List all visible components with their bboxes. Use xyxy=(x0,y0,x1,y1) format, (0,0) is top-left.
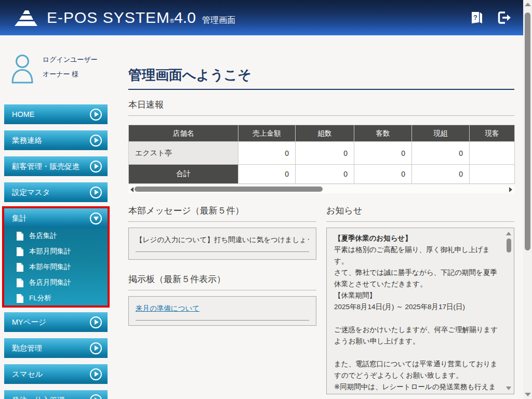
store-name-cell: エクスト亭 xyxy=(129,142,238,165)
sidebar-item-settei-master[interactable]: 設定マスタ xyxy=(4,182,108,202)
page-scrollbar[interactable] xyxy=(523,0,532,399)
scroll-up-arrow-icon[interactable] xyxy=(525,3,531,6)
circle-arrow-right-icon xyxy=(90,135,102,147)
hq-message-title: 本部メッセージ（最新５件） xyxy=(128,205,316,222)
scroll-up-arrow-icon[interactable] xyxy=(506,232,511,235)
logout-icon[interactable] xyxy=(496,10,512,25)
table-header-row: 店舗名 売上金額 組数 客数 現組 現客 xyxy=(129,125,515,142)
column-header: 現組 xyxy=(412,125,470,142)
sales-amount-cell: 0 xyxy=(238,142,296,165)
sidebar-item-label: HOME xyxy=(12,110,90,118)
sidebar-item-home[interactable]: HOME xyxy=(4,104,108,124)
sidebar-item-shukei[interactable]: 集計 xyxy=(4,208,108,228)
page-scrollbar-thumb[interactable] xyxy=(525,12,530,250)
sidebar-item-my-page[interactable]: MYページ xyxy=(4,312,108,332)
circle-arrow-right-icon xyxy=(90,187,102,198)
sidebar-item-label: 発注・仕入管理 xyxy=(12,395,90,399)
notice-scrollbar[interactable] xyxy=(506,230,512,392)
sidebar-summary-panel-highlighted: 集計 各店集計 本部月間集計 本部年間集計 各店月間集計 FL分析 xyxy=(2,206,110,308)
submenu-item-label: 各店月間集計 xyxy=(29,278,71,287)
current-group-cell: 0 xyxy=(412,142,470,165)
group-count-cell: 0 xyxy=(296,142,354,165)
sidebar-item-sumaseru[interactable]: スマセル xyxy=(4,364,108,384)
circle-arrow-right-icon xyxy=(90,368,102,380)
notice-line: 【休業期間】 xyxy=(334,290,498,301)
submenu-item-kakuten-gekkan-shukei[interactable]: 各店月間集計 xyxy=(4,275,108,290)
submenu-item-kakuten-shukei[interactable]: 各店集計 xyxy=(4,228,108,244)
notice-line: さて、弊社では誠に勝手ながら、下記の期間を夏季休業とさせていただきます。 xyxy=(334,267,498,290)
submenu-item-label: 本部月間集計 xyxy=(29,247,71,256)
document-icon xyxy=(17,247,23,256)
column-header: 売上金額 xyxy=(238,125,296,142)
scroll-left-arrow-icon[interactable] xyxy=(130,187,134,192)
submenu-item-fl-bunseki[interactable]: FL分析 xyxy=(4,290,108,306)
column-header: 店舗名 xyxy=(129,125,238,142)
column-header: 現客 xyxy=(470,125,515,142)
circle-arrow-right-icon xyxy=(90,109,102,121)
epos-logo-icon xyxy=(14,9,41,26)
sidebar-item-label: 業務連絡 xyxy=(12,136,90,145)
document-icon xyxy=(17,278,23,287)
scroll-right-arrow-icon[interactable] xyxy=(509,187,512,192)
brand-logo: E-POS SYSTEM®4.0 管理画面 xyxy=(14,9,235,26)
notice-line: 平素は格別のご高配を賜り、厚く御礼申し上げます。 xyxy=(334,244,498,267)
current-guest-total-cell xyxy=(470,165,515,184)
login-user-label: ログインユーザー xyxy=(43,55,98,64)
help-manual-icon[interactable]: ? xyxy=(469,10,485,25)
submenu-item-label: 各店集計 xyxy=(29,231,57,241)
board-item-link[interactable]: 来月の準備について xyxy=(136,304,200,312)
svg-text:?: ? xyxy=(473,14,477,21)
login-user-name: オーナー 様 xyxy=(43,70,78,79)
sidebar-item-kintai-kanri[interactable]: 勤怠管理 xyxy=(4,338,108,358)
sidebar-item-label: 勤怠管理 xyxy=(12,343,90,353)
notice-line xyxy=(334,347,498,358)
horizontal-scrollbar-thumb[interactable] xyxy=(135,187,323,192)
sidebar-item-hacchu-shiire[interactable]: 発注・仕入管理 xyxy=(4,390,108,399)
sidebar-item-label: スマセル xyxy=(12,369,90,379)
board-box: 来月の準備について xyxy=(128,296,316,326)
submenu-item-honbu-nenkan-shukei[interactable]: 本部年間集計 xyxy=(4,259,108,275)
table-total-row: 合計 0 0 0 0 xyxy=(129,165,515,184)
submenu-item-honbu-gekkan-shukei[interactable]: 本部月間集計 xyxy=(4,244,108,259)
notice-line: また、電話窓口については平常通り営業しておりますのでどうぞよろしくお願い致します… xyxy=(334,358,498,381)
document-icon xyxy=(17,294,23,303)
sidebar-item-kokyaku-kanri[interactable]: 顧客管理・販売促進 xyxy=(4,156,108,176)
sidebar-item-label: 顧客管理・販売促進 xyxy=(12,162,90,171)
today-report-title: 本日速報 xyxy=(128,99,514,116)
page-title: 管理画面へようこそ xyxy=(128,66,514,90)
notice-content: 【夏季休業のお知らせ】 平素は格別のご高配を賜り、厚く御礼申し上げます。 さて、… xyxy=(334,233,498,394)
document-icon xyxy=(17,263,23,272)
column-header: 客数 xyxy=(354,125,412,142)
notice-line: 【夏季休業のお知らせ】 xyxy=(334,233,498,244)
table-row: エクスト亭 0 0 0 0 xyxy=(129,142,515,165)
circle-arrow-right-icon xyxy=(90,394,102,399)
guest-count-cell: 0 xyxy=(354,142,412,165)
app-header: E-POS SYSTEM®4.0 管理画面 ? xyxy=(0,0,523,35)
scroll-down-arrow-icon[interactable] xyxy=(525,393,531,396)
scroll-down-arrow-icon[interactable] xyxy=(506,387,511,390)
circle-arrow-right-icon xyxy=(90,342,102,354)
table-horizontal-scrollbar[interactable] xyxy=(128,185,514,193)
document-icon xyxy=(17,232,23,241)
user-avatar-icon xyxy=(10,54,34,84)
hq-message-box: 【レジの入力について】打ち間違いに気をつけましょう。 xyxy=(128,228,316,260)
board-title: 掲示板（最新５件表示） xyxy=(128,273,316,290)
today-report-table: 店舗名 売上金額 組数 客数 現組 現客 エクスト亭 0 0 0 0 合計 0 … xyxy=(128,125,515,184)
notice-scrollbar-thumb[interactable] xyxy=(507,238,511,252)
sidebar-item-label: 集計 xyxy=(12,214,90,223)
submenu-item-label: FL分析 xyxy=(29,294,51,303)
notice-box: 【夏季休業のお知らせ】 平素は格別のご高配を賜り、厚く御礼申し上げます。 さて、… xyxy=(326,228,514,394)
sidebar-item-gyomu-renraku[interactable]: 業務連絡 xyxy=(4,130,108,150)
circle-arrow-down-icon xyxy=(90,212,102,224)
current-guest-cell xyxy=(470,142,515,165)
total-label-cell: 合計 xyxy=(129,165,238,184)
sidebar-item-label: 設定マスタ xyxy=(12,188,90,197)
notice-title: お知らせ xyxy=(326,205,514,222)
notice-line: ※同期間中は、レシートロールの発送業務も行えませんので、 xyxy=(334,381,498,394)
notice-line: ご迷惑をおかけいたしますが、何卒ご理解賜りますようお願い申し上げます。 xyxy=(334,324,498,347)
guest-count-total-cell: 0 xyxy=(354,165,412,184)
submenu-item-label: 本部年間集計 xyxy=(29,262,71,272)
sales-amount-total-cell: 0 xyxy=(238,165,296,184)
hq-message-item: 【レジの入力について】打ち間違いに気をつけましょう。 xyxy=(136,235,309,252)
brand-name: E-POS SYSTEM xyxy=(47,9,170,26)
